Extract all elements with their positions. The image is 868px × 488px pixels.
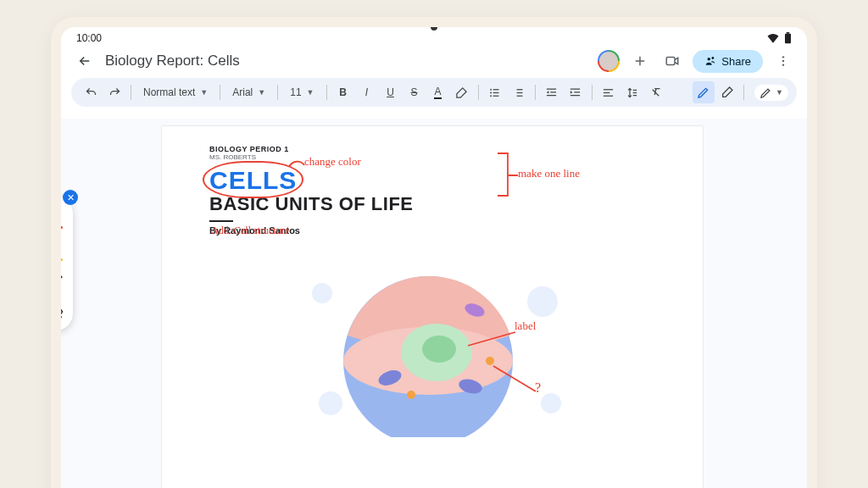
svg-rect-21 [574,92,580,92]
back-button[interactable] [73,49,97,73]
clear-formatting-button[interactable] [645,81,667,103]
document-title[interactable]: Biology Report: Cells [105,53,240,69]
svg-point-12 [490,95,492,97]
paragraph-style-dropdown[interactable]: Normal text▼ [136,81,214,103]
annotation-question: ? [535,380,541,396]
indent-increase-button[interactable] [565,81,587,103]
title-cells: CELLS [209,166,297,195]
svg-point-33 [541,393,561,413]
svg-rect-25 [604,95,613,96]
svg-point-5 [782,56,784,58]
eraser-button[interactable] [51,269,66,290]
pen-red-button[interactable] [51,205,66,225]
annotation-label: label [515,319,536,333]
annotation-arrow-1 [287,158,306,170]
svg-point-6 [782,60,784,62]
annotation-change-color: change color [304,155,361,169]
svg-point-4 [712,57,715,59]
align-button[interactable] [598,81,620,103]
svg-rect-27 [633,92,637,92]
svg-rect-18 [550,92,556,92]
svg-point-43 [54,310,58,314]
palette-close-button[interactable]: ✕ [63,190,78,205]
undo-button[interactable] [80,81,102,103]
svg-rect-16 [517,95,523,96]
highlighter-button[interactable] [51,237,66,258]
numbered-list-button[interactable] [508,81,530,103]
svg-point-40 [407,391,415,399]
app-header: Biology Report: Cells Share [61,46,807,78]
title-subtitle: BASIC UNITS OF LIFE [209,193,655,215]
font-family-dropdown[interactable]: Arial▼ [225,81,272,103]
meet-icon[interactable] [660,49,684,73]
status-time: 10:00 [76,32,102,44]
svg-point-30 [312,283,332,303]
svg-point-31 [319,391,342,415]
italic-button[interactable]: I [356,81,378,103]
svg-rect-15 [517,92,523,92]
svg-rect-28 [633,95,637,96]
svg-point-3 [708,58,711,61]
svg-point-10 [490,92,492,93]
visibility-off-button[interactable] [51,302,66,322]
svg-rect-24 [604,92,610,92]
svg-rect-0 [785,34,791,43]
svg-rect-22 [570,95,580,96]
svg-rect-23 [604,89,613,90]
edit-mode-dropdown[interactable]: ▼ [754,85,788,101]
tablet-frame: 10:00 Biology Report: Cells Share [51,17,817,488]
line-spacing-button[interactable] [621,81,643,103]
more-menu[interactable] [771,49,795,73]
svg-rect-26 [633,89,637,90]
share-label: Share [721,55,751,68]
highlight-button[interactable] [451,81,473,103]
svg-rect-11 [493,92,499,92]
markup-pen-button[interactable] [693,81,715,103]
add-button[interactable] [628,49,652,73]
annotation-bracket [496,150,521,201]
strikethrough-button[interactable]: S [403,81,426,103]
svg-rect-20 [570,88,580,89]
svg-point-37 [422,336,456,363]
annotation-add-structure: Add: Cell structure [211,225,289,237]
annotation-make-one-line: make one line [518,167,580,180]
svg-rect-2 [667,58,676,65]
svg-rect-1 [787,32,790,34]
bulleted-list-button[interactable] [484,81,506,103]
markup-eraser-button[interactable] [716,81,738,103]
document-canvas[interactable]: BIOLOGY PERIOD 1 MS. ROBERTS CELLS BASIC… [61,119,807,488]
title-rule [209,220,233,222]
svg-rect-9 [493,89,499,90]
redo-button[interactable] [103,81,125,103]
cell-diagram [297,251,568,437]
svg-point-8 [490,88,492,90]
svg-rect-19 [547,95,556,96]
avatar[interactable] [598,50,620,72]
course-line: BIOLOGY PERIOD 1 [209,145,655,153]
format-toolbar: Normal text▼ Arial▼ 11▼ B I U S A ▼ [71,78,797,107]
svg-point-32 [527,286,558,317]
font-size-dropdown[interactable]: 11▼ [283,81,320,103]
svg-point-41 [486,357,494,365]
svg-rect-13 [493,95,499,96]
underline-button[interactable]: U [380,81,402,103]
battery-icon [784,32,792,44]
teacher-line: MS. ROBERTS [209,153,655,161]
camera-dot [431,24,437,30]
svg-point-7 [782,64,784,65]
bold-button[interactable]: B [332,81,354,103]
text-color-button[interactable]: A [427,81,449,103]
svg-rect-14 [517,89,523,90]
share-button[interactable]: Share [693,50,763,73]
document-page[interactable]: BIOLOGY PERIOD 1 MS. ROBERTS CELLS BASIC… [161,125,704,488]
pen-palette: ✕ [51,197,73,330]
svg-rect-17 [547,88,556,89]
wifi-icon [767,33,779,43]
indent-decrease-button[interactable] [541,81,563,103]
